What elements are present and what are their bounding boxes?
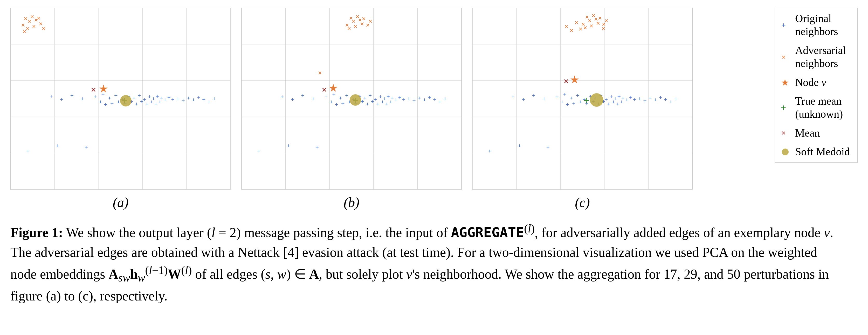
svg-text:+: + — [579, 99, 582, 105]
plot-c-label: (c) — [575, 195, 590, 210]
svg-text:+: + — [330, 99, 333, 105]
legend-node-v: ★ Node v — [780, 76, 852, 89]
legend-true-mean-label: True mean(unknown) — [795, 94, 843, 121]
legend-x-orange-icon: × — [780, 52, 790, 61]
caption-area: Figure 1: We show the output layer (l = … — [10, 221, 840, 306]
svg-text:+: + — [629, 94, 632, 101]
svg-text:+: + — [443, 95, 447, 102]
legend-x-red-icon: × — [780, 128, 790, 137]
svg-text:+: + — [402, 96, 405, 103]
svg-text:+: + — [366, 101, 369, 107]
svg-text:+: + — [488, 147, 492, 154]
svg-text:+: + — [643, 97, 647, 104]
legend-true-mean: + True mean(unknown) — [780, 94, 852, 121]
svg-text:×: × — [781, 53, 786, 61]
svg-text:+: + — [287, 142, 290, 149]
plots-area: × × × × × × × × × × × — [10, 8, 767, 210]
svg-text:×: × — [318, 69, 322, 77]
svg-text:+: + — [438, 99, 442, 105]
svg-text:+: + — [633, 96, 637, 103]
svg-text:+: + — [84, 144, 88, 150]
svg-text:×: × — [347, 24, 351, 32]
plot-a: × × × × × × × × × × × — [10, 8, 231, 190]
svg-text:+: + — [560, 99, 564, 105]
svg-text:+: + — [50, 93, 53, 100]
svg-text:×: × — [32, 22, 36, 30]
svg-text:+: + — [291, 96, 294, 103]
svg-text:★: ★ — [781, 78, 788, 87]
svg-text:+: + — [607, 101, 611, 107]
svg-text:+: + — [202, 96, 206, 103]
svg-text:+: + — [669, 99, 673, 105]
svg-text:+: + — [428, 94, 431, 101]
legend-green-plus-icon: + — [780, 103, 790, 112]
caption-text: Figure 1: We show the output layer (l = … — [10, 225, 833, 303]
svg-text:+: + — [664, 96, 668, 103]
svg-text:+: + — [114, 92, 118, 99]
svg-text:+: + — [154, 101, 158, 107]
soft-medoid-a — [120, 95, 131, 107]
svg-text:+: + — [257, 147, 261, 154]
legend-mean: × Mean — [780, 127, 852, 139]
svg-text:×: × — [353, 22, 358, 30]
svg-text:×: × — [583, 24, 587, 32]
mean-marker-a: × — [91, 85, 96, 95]
svg-text:+: + — [171, 96, 175, 103]
svg-text:+: + — [70, 92, 74, 99]
svg-text:×: × — [601, 24, 606, 32]
legend-original-neighbors: + Originalneighbors — [780, 12, 852, 38]
svg-text:+: + — [423, 96, 426, 103]
svg-text:×: × — [579, 25, 583, 33]
svg-text:+: + — [158, 99, 162, 105]
svg-text:+: + — [99, 99, 102, 105]
svg-text:+: + — [104, 101, 107, 108]
svg-text:+: + — [542, 95, 546, 102]
svg-text:×: × — [22, 28, 27, 35]
svg-text:+: + — [117, 99, 120, 105]
legend-star-icon: ★ — [780, 78, 790, 87]
svg-text:+: + — [616, 101, 620, 107]
plot-b-container: × × × × × × × × × × × × — [241, 8, 462, 210]
svg-text:+: + — [140, 98, 144, 105]
svg-text:+: + — [394, 96, 398, 103]
svg-text:+: + — [213, 95, 216, 102]
svg-text:+: + — [315, 144, 319, 150]
svg-text:×: × — [24, 15, 28, 23]
svg-text:+: + — [546, 144, 550, 150]
svg-text:+: + — [376, 101, 380, 107]
legend-mean-label: Mean — [795, 127, 820, 139]
svg-text:+: + — [335, 101, 338, 108]
legend-adversarial-label: Adversarialneighbors — [795, 44, 846, 70]
svg-text:+: + — [781, 103, 786, 112]
svg-text:+: + — [648, 94, 652, 101]
legend-soft-medoid-label: Soft Medoid — [795, 145, 850, 158]
svg-text:+: + — [26, 147, 30, 154]
svg-text:+: + — [532, 92, 536, 99]
legend-node-v-label: Node v — [795, 76, 826, 89]
svg-text:+: + — [625, 96, 629, 103]
svg-text:+: + — [145, 101, 149, 107]
legend-adversarial-neighbors: × Adversarialneighbors — [780, 44, 852, 70]
svg-text:+: + — [781, 21, 786, 29]
svg-text:+: + — [371, 98, 375, 105]
legend-circle-icon — [780, 147, 790, 156]
svg-text:+: + — [412, 97, 416, 104]
svg-text:+: + — [110, 100, 114, 107]
plots-row: × × × × × × × × × × × — [10, 8, 858, 210]
svg-text:+: + — [56, 142, 60, 149]
plot-c: × × × × × × × × × × × × × × — [472, 8, 693, 190]
svg-text:+: + — [563, 91, 566, 97]
true-mean-c: + — [583, 94, 589, 106]
svg-text:×: × — [781, 129, 786, 137]
svg-text:+: + — [674, 95, 678, 102]
soft-medoid-b — [350, 94, 361, 106]
svg-text:×: × — [575, 19, 579, 27]
svg-text:+: + — [280, 93, 284, 100]
svg-text:+: + — [60, 96, 64, 103]
svg-text:+: + — [311, 95, 315, 102]
legend-soft-medoid: Soft Medoid — [780, 145, 852, 158]
soft-medoid-c — [590, 93, 603, 107]
plot-a-label: (a) — [113, 195, 129, 210]
svg-text:×: × — [368, 17, 373, 25]
svg-text:+: + — [345, 92, 349, 99]
